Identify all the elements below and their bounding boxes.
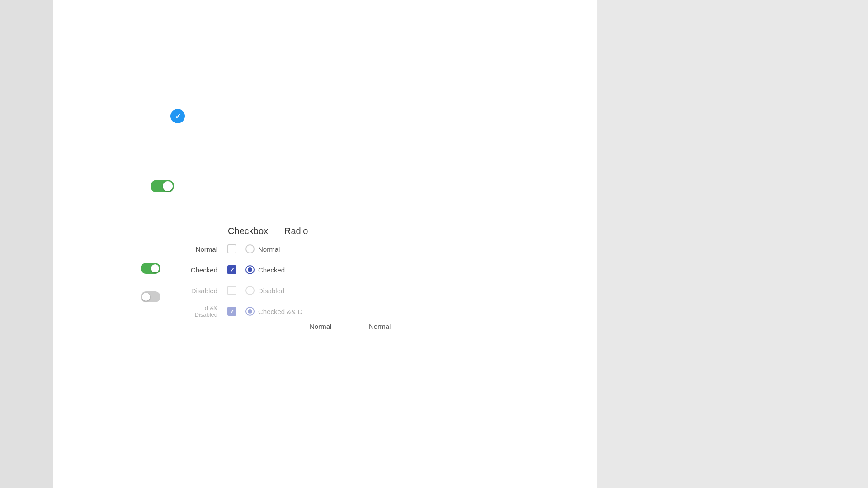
toggle-medium-on[interactable] (141, 263, 160, 274)
normal-label-1: Normal (310, 323, 331, 330)
checkmark-badge (170, 109, 185, 123)
radio-normal[interactable] (245, 244, 255, 253)
row-disabled-label: Disabled (187, 287, 223, 295)
controls-table: Checkbox Radio Normal Normal Checked Che… (187, 226, 331, 325)
radio-checked-disabled-cell: Checked && D (241, 307, 304, 316)
checkbox-checked[interactable] (227, 265, 236, 274)
row-checked-disabled: d && Disabled Checked && D (187, 304, 331, 319)
radio-checked-cell: Checked (241, 265, 304, 274)
normal-label-2: Normal (369, 323, 391, 330)
radio-column-header: Radio (268, 226, 331, 236)
checkbox-disabled-cell (223, 286, 241, 295)
checkbox-disabled (227, 286, 236, 295)
radio-checked-label: Checked (258, 266, 285, 274)
radio-disabled-cell: Disabled (241, 286, 304, 295)
main-content: Checkbox Radio Normal Normal Checked Che… (53, 0, 597, 488)
row-disabled: Disabled Disabled (187, 283, 331, 298)
checkbox-normal-cell[interactable] (223, 244, 241, 253)
row-checked-label: Checked (187, 266, 223, 274)
checkbox-checked-cell[interactable] (223, 265, 241, 274)
checkbox-checked-disabled-cell (223, 307, 241, 316)
row-normal-label: Normal (187, 245, 223, 253)
radio-checked-disabled (245, 307, 255, 316)
row-checked: Checked Checked (187, 263, 331, 277)
row-normal: Normal Normal (187, 242, 331, 256)
left-sidebar (0, 0, 53, 488)
radio-normal-cell: Normal (241, 244, 304, 253)
checkbox-column-header: Checkbox (223, 226, 268, 236)
radio-checked[interactable] (245, 265, 255, 274)
checkbox-checked-disabled (227, 307, 236, 316)
radio-disabled (245, 286, 255, 295)
toggle-medium-off[interactable] (141, 291, 160, 302)
radio-normal-label: Normal (258, 245, 280, 253)
right-sidebar (597, 0, 868, 488)
toggle-large-on[interactable] (151, 180, 174, 192)
row-checked-disabled-label: d && Disabled (187, 305, 223, 318)
controls-header: Checkbox Radio (187, 226, 331, 236)
checkbox-normal[interactable] (227, 244, 236, 253)
radio-disabled-label: Disabled (258, 287, 284, 295)
radio-checked-disabled-label: Checked && D (258, 308, 302, 315)
